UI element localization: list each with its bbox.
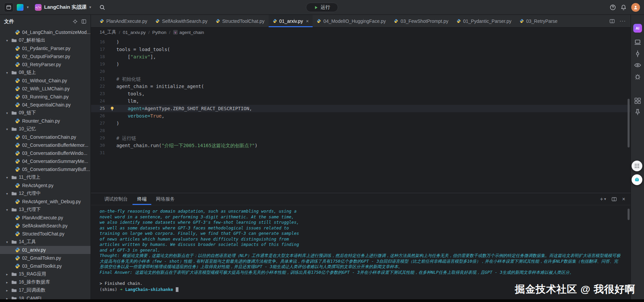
tree-item-file[interactable]: ReActAgent_with_Debug.py: [0, 198, 91, 206]
tree-item-file[interactable]: 01_ConversationChain.py: [0, 133, 91, 141]
tree-item-folder[interactable]: ▾10_记忆: [0, 125, 91, 133]
tree-item-file[interactable]: 01_Pydantic_Parser.py: [0, 44, 91, 52]
tree-item-file[interactable]: Rounter_Chain.py: [0, 117, 91, 125]
avatar[interactable]: [631, 3, 640, 12]
tree-item-file[interactable]: 01_arxiv.py: [0, 246, 91, 254]
eye-icon[interactable]: [634, 61, 641, 69]
monitor-icon[interactable]: [634, 39, 641, 46]
code-line[interactable]: 24 llm,: [91, 97, 631, 105]
tree-item-folder[interactable]: ▾14_工具: [0, 238, 91, 246]
chevron-down-icon[interactable]: ▾: [5, 208, 9, 212]
tree-item-folder[interactable]: ▾07_解析输出: [0, 36, 91, 44]
bookmark-pin-icon[interactable]: [634, 109, 641, 116]
code-line[interactable]: 27): [91, 120, 631, 127]
project-widget[interactable]: </> LangChain 实战课 ▾: [35, 4, 91, 11]
code-line[interactable]: 29# 运行链: [91, 134, 631, 142]
chevron-right-icon[interactable]: ▸: [5, 272, 9, 276]
intention-bulb-icon[interactable]: [110, 106, 115, 111]
bottom-panel-tab[interactable]: 终端: [132, 193, 151, 205]
chevron-down-icon[interactable]: ▾: [5, 192, 9, 196]
bottom-panel-tab[interactable]: 网络服务: [151, 193, 179, 205]
code-line[interactable]: 25 agent=AgentType.ZERO_SHOT_REACT_DESCR…: [91, 105, 631, 112]
ai-robot-button[interactable]: [632, 174, 642, 185]
tree-item-file[interactable]: 03_RetryParser.py: [0, 60, 91, 69]
chevron-right-icon[interactable]: ▸: [5, 281, 9, 284]
more-tabs-icon[interactable]: ···: [620, 18, 626, 24]
notifications-bell-icon[interactable]: [621, 4, 627, 10]
tree-item-folder[interactable]: ▾11_代理上: [0, 173, 91, 181]
chevron-down-icon[interactable]: ▾: [5, 127, 9, 131]
main-menu-chevron-icon[interactable]: ▾: [27, 5, 29, 9]
split-editor-icon[interactable]: [609, 18, 615, 24]
code-line[interactable]: 31: [91, 149, 631, 157]
editor-tab[interactable]: 03_RetryParse: [516, 15, 561, 27]
tree-item-folder[interactable]: ▾13_代理下: [0, 206, 91, 214]
editor-tab[interactable]: StructedToolChat.py: [212, 15, 269, 27]
editor-scrollbar[interactable]: [628, 99, 630, 147]
tree-item-file[interactable]: StructedToolChat.py: [0, 230, 91, 238]
code-line[interactable]: 17tools = load_tools(: [91, 46, 631, 53]
code-line[interactable]: 21# 初始化链: [91, 75, 631, 83]
close-tab-icon[interactable]: ×: [306, 18, 309, 24]
new-terminal-button[interactable]: +▾: [600, 196, 606, 202]
tree-item-folder[interactable]: ▸16_操作数据库: [0, 278, 91, 286]
commit-icon[interactable]: [634, 50, 641, 57]
code-line[interactable]: 19): [91, 60, 631, 68]
chevron-down-icon[interactable]: ▾: [5, 71, 9, 75]
tree-item-file[interactable]: 05_ConversationSummaryBuff...: [0, 165, 91, 173]
code-line[interactable]: 22agent_chain = initialize_agent(: [91, 83, 631, 90]
breadcrumb-item[interactable]: vagent_chain: [173, 30, 204, 35]
run-button[interactable]: 运行: [306, 3, 338, 12]
hide-panel-icon[interactable]: [81, 19, 87, 24]
services-grid-icon[interactable]: [634, 97, 641, 104]
chevron-down-icon[interactable]: ▾: [5, 240, 9, 244]
code-line[interactable]: 28: [91, 127, 631, 134]
tree-item-file[interactable]: 03_ConversationBufferWindo...: [0, 149, 91, 157]
chevron-down-icon[interactable]: ▾: [5, 111, 9, 115]
editor-tab[interactable]: 04_ModelIO_HuggingFace.py: [313, 15, 390, 27]
help-icon[interactable]: [610, 4, 616, 10]
code-editor[interactable]: 16)17tools = load_tools(18 ["arxiv"],19)…: [91, 37, 631, 193]
tree-item-file[interactable]: 01_Without_Chain.py: [0, 77, 91, 85]
code-line[interactable]: 26 verbose=True,: [91, 112, 631, 120]
editor-tab[interactable]: SelfAskwithSearch.py: [151, 15, 211, 27]
ai-assistant-icon[interactable]: AI: [633, 24, 642, 33]
terminal-scrollbar[interactable]: [628, 209, 630, 220]
app-window-button[interactable]: [4, 3, 13, 12]
tree-item-file[interactable]: SelfAskwithSearch.py: [0, 222, 91, 230]
breadcrumb-item[interactable]: Python: [152, 30, 166, 35]
editor-tab[interactable]: 01_Pydantic_Parser.py: [452, 15, 516, 27]
tree-item-folder[interactable]: ▾09_链下: [0, 109, 91, 117]
tree-item-file[interactable]: PlanAndExecute.py: [0, 214, 91, 222]
chevron-right-icon[interactable]: ▸: [5, 289, 9, 292]
code-line[interactable]: 18 ["arxiv"],: [91, 53, 631, 60]
tree-item-folder[interactable]: ▸15_RAG应用: [0, 270, 91, 278]
breadcrumb-item[interactable]: 01_arxiv.py: [123, 30, 146, 35]
widgets-grid-button[interactable]: [632, 161, 642, 171]
tree-item-file[interactable]: 02_GmailToken.py: [0, 254, 91, 262]
tree-item-file[interactable]: 02_ConversationBufferMemor...: [0, 141, 91, 149]
editor-tab[interactable]: 03_FewShotPrompt.py: [390, 15, 452, 27]
close-panel-icon[interactable]: ×: [622, 196, 625, 202]
tree-item-file[interactable]: 03_Running_Chain.py: [0, 93, 91, 101]
breadcrumb-item[interactable]: 14_工具: [100, 29, 116, 35]
chevron-down-icon[interactable]: ▾: [5, 176, 9, 179]
editor-tab[interactable]: 01_arxiv.py×: [269, 15, 313, 27]
tree-item-file[interactable]: 03_GmailToolkit.py: [0, 262, 91, 270]
tree-item-folder[interactable]: ▾08_链上: [0, 69, 91, 77]
tree-item-file[interactable]: ReActAgent.py: [0, 181, 91, 189]
tree-item-file[interactable]: 04_ConversationSummaryMe...: [0, 157, 91, 165]
select-opened-file-icon[interactable]: [72, 19, 78, 24]
bottom-panel-tab[interactable]: 调试控制台: [100, 193, 132, 205]
code-line[interactable]: 16): [91, 38, 631, 46]
tree-item-file[interactable]: 02_With_LLMChain.py: [0, 85, 91, 93]
code-line[interactable]: 30agent_chain.run("介绍一下2005.14165这篇论文的创新…: [91, 142, 631, 149]
split-terminal-icon[interactable]: [611, 197, 617, 202]
code-line[interactable]: 23 tools,: [91, 90, 631, 97]
tree-item-folder[interactable]: ▾12_代理中: [0, 189, 91, 198]
tree-item-folder[interactable]: ▸17_回调函数: [0, 286, 91, 294]
tree-item-file[interactable]: 04_SequentialChain.py: [0, 101, 91, 109]
tree-item-file[interactable]: 04_LangChain_CustomizeMod...: [0, 28, 91, 36]
chevron-down-icon[interactable]: ▾: [5, 39, 9, 42]
tree-item-file[interactable]: 02_OutputFixParser.py: [0, 52, 91, 60]
